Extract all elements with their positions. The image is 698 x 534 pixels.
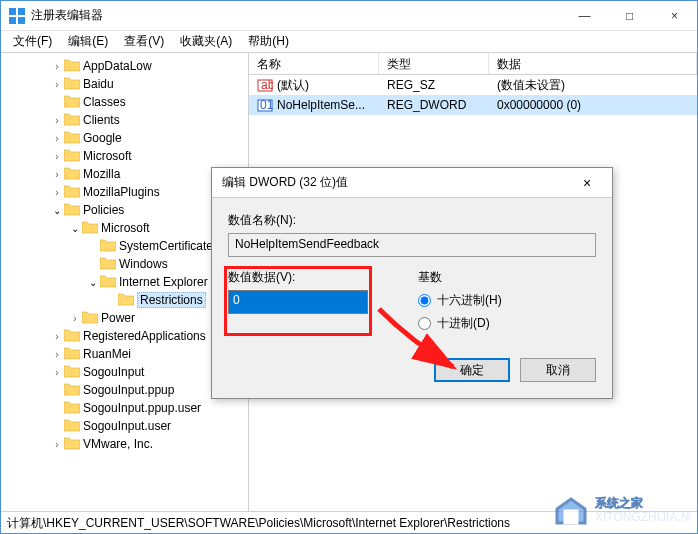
tree-item[interactable]: ›AppDataLow (1, 57, 248, 75)
tree-item-label: VMware, Inc. (83, 437, 153, 451)
list-row[interactable]: ab(默认)REG_SZ(数值未设置) (249, 75, 697, 95)
tree-item-label: Google (83, 131, 122, 145)
menu-edit[interactable]: 编辑(E) (60, 31, 116, 52)
menu-file[interactable]: 文件(F) (5, 31, 60, 52)
titlebar: 注册表编辑器 — □ × (1, 1, 697, 31)
value-type: REG_DWORD (379, 98, 489, 112)
chevron-right-icon[interactable]: › (51, 133, 63, 144)
radix-hex-radio[interactable] (418, 294, 431, 307)
menu-favorites[interactable]: 收藏夹(A) (172, 31, 240, 52)
tree-item[interactable]: ›Baidu (1, 75, 248, 93)
tree-item-label: Restrictions (137, 292, 206, 308)
tree-item-label: Microsoft (83, 149, 132, 163)
tree-item-label: RegisteredApplications (83, 329, 206, 343)
tree-item-label: Power (101, 311, 135, 325)
folder-icon (63, 130, 83, 147)
folder-icon (117, 292, 137, 309)
radix-label: 基数 (418, 269, 442, 286)
chevron-right-icon[interactable]: › (51, 169, 63, 180)
svg-rect-2 (9, 17, 16, 24)
folder-icon (63, 58, 83, 75)
tree-item-label: SogouInput.ppup (83, 383, 174, 397)
minimize-button[interactable]: — (562, 1, 607, 30)
close-button[interactable]: × (652, 1, 697, 30)
chevron-down-icon[interactable]: ⌄ (51, 205, 63, 216)
tree-item-label: Baidu (83, 77, 114, 91)
value-name: NoHelpItemSe... (277, 98, 365, 112)
chevron-right-icon[interactable]: › (51, 349, 63, 360)
tree-item-label: MozillaPlugins (83, 185, 160, 199)
radix-hex-label: 十六进制(H) (437, 292, 502, 309)
tree-item[interactable]: Classes (1, 93, 248, 111)
folder-icon (63, 400, 83, 417)
svg-rect-0 (9, 8, 16, 15)
tree-item[interactable]: ›Microsoft (1, 147, 248, 165)
cancel-button[interactable]: 取消 (520, 358, 596, 382)
radix-hex[interactable]: 十六进制(H) (418, 292, 502, 309)
tree-item[interactable]: ›VMware, Inc. (1, 435, 248, 453)
watermark-logo: 系统之家 XITONGZHIJIA.NET (551, 489, 691, 529)
value-data: (数值未设置) (489, 77, 697, 94)
chevron-right-icon[interactable]: › (51, 79, 63, 90)
folder-icon (63, 76, 83, 93)
tree-item[interactable]: ›Google (1, 129, 248, 147)
radix-dec-radio[interactable] (418, 317, 431, 330)
edit-dword-dialog: 编辑 DWORD (32 位)值 × 数值名称(N): NoHelpItemSe… (211, 167, 613, 399)
menu-view[interactable]: 查看(V) (116, 31, 172, 52)
col-data[interactable]: 数据 (489, 53, 697, 74)
tree-item-label: RuanMei (83, 347, 131, 361)
folder-icon (81, 310, 101, 327)
list-header: 名称 类型 数据 (249, 53, 697, 75)
maximize-button[interactable]: □ (607, 1, 652, 30)
svg-text:ab: ab (261, 78, 273, 92)
folder-icon (63, 418, 83, 435)
tree-item[interactable]: SogouInput.ppup.user (1, 399, 248, 417)
svg-rect-8 (565, 511, 577, 523)
value-data-label: 数值数据(V): (228, 269, 398, 286)
value-name: (默认) (277, 77, 309, 94)
folder-icon (99, 274, 119, 291)
chevron-right-icon[interactable]: › (51, 115, 63, 126)
folder-icon (63, 202, 83, 219)
chevron-down-icon[interactable]: ⌄ (69, 223, 81, 234)
list-row[interactable]: 011NoHelpItemSe...REG_DWORD0x00000000 (0… (249, 95, 697, 115)
chevron-right-icon[interactable]: › (51, 151, 63, 162)
radix-dec[interactable]: 十进制(D) (418, 315, 502, 332)
chevron-down-icon[interactable]: ⌄ (87, 277, 99, 288)
value-name-field: NoHelpItemSendFeedback (228, 233, 596, 257)
regedit-window: 注册表编辑器 — □ × 文件(F) 编辑(E) 查看(V) 收藏夹(A) 帮助… (0, 0, 698, 534)
ok-button[interactable]: 确定 (434, 358, 510, 382)
chevron-right-icon[interactable]: › (69, 313, 81, 324)
value-data-input[interactable]: 0 (228, 290, 368, 314)
folder-icon (63, 382, 83, 399)
tree-item-label: SystemCertificates (119, 239, 219, 253)
folder-icon (99, 238, 119, 255)
col-type[interactable]: 类型 (379, 53, 489, 74)
menubar: 文件(F) 编辑(E) 查看(V) 收藏夹(A) 帮助(H) (1, 31, 697, 53)
chevron-right-icon[interactable]: › (51, 187, 63, 198)
chevron-right-icon[interactable]: › (51, 61, 63, 72)
tree-item-label: SogouInput.user (83, 419, 171, 433)
dialog-title: 编辑 DWORD (32 位)值 (222, 174, 572, 191)
tree-item-label: Mozilla (83, 167, 120, 181)
tree-item[interactable]: ›Clients (1, 111, 248, 129)
folder-icon (63, 346, 83, 363)
folder-icon (63, 148, 83, 165)
value-name-label: 数值名称(N): (228, 212, 596, 229)
tree-item-label: Clients (83, 113, 120, 127)
folder-icon (63, 436, 83, 453)
col-name[interactable]: 名称 (249, 53, 379, 74)
string-value-icon: ab (257, 77, 273, 93)
dialog-close-button[interactable]: × (572, 175, 602, 191)
tree-item[interactable]: SogouInput.user (1, 417, 248, 435)
chevron-right-icon[interactable]: › (51, 367, 63, 378)
tree-item-label: Policies (83, 203, 124, 217)
menu-help[interactable]: 帮助(H) (240, 31, 297, 52)
value-type: REG_SZ (379, 78, 489, 92)
chevron-right-icon[interactable]: › (51, 439, 63, 450)
folder-icon (63, 166, 83, 183)
watermark-line2: XITONGZHIJIA.NET (595, 510, 691, 524)
app-icon (9, 8, 25, 24)
svg-rect-3 (18, 17, 25, 24)
chevron-right-icon[interactable]: › (51, 331, 63, 342)
